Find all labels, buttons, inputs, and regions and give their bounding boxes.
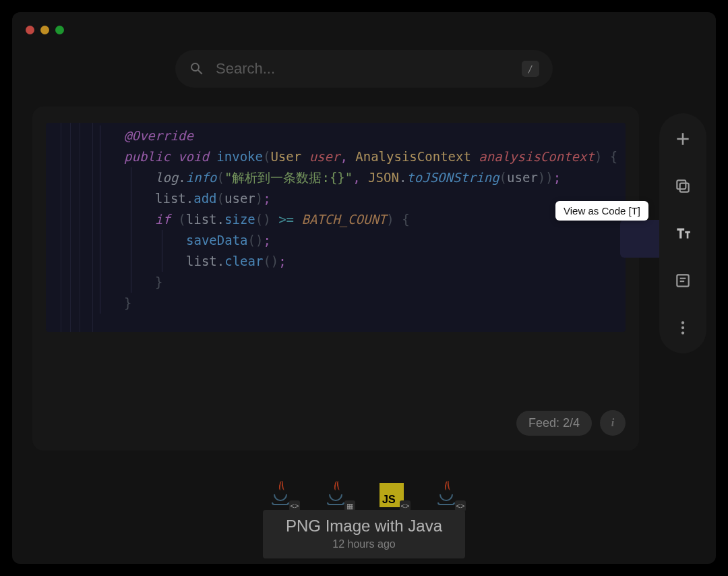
app-window: / @Overridepublic void invoke(User user,… bbox=[12, 12, 716, 564]
svg-point-9 bbox=[681, 331, 684, 334]
view-as-code-button[interactable] bbox=[672, 223, 694, 244]
related-thumbnails: <>▦JS<><> bbox=[12, 482, 716, 509]
thumbnail-item[interactable]: <> bbox=[433, 482, 460, 509]
side-toolbar bbox=[659, 113, 706, 353]
java-icon bbox=[438, 485, 456, 505]
caption-box: PNG Image with Java 12 hours ago bbox=[263, 510, 465, 558]
code-line: log.info("解析到一条数据:{}", JSON.toJSONString… bbox=[46, 167, 626, 188]
code-lines: @Overridepublic void invoke(User user, A… bbox=[46, 125, 626, 314]
code-line: list.clear(); bbox=[46, 251, 626, 272]
thumbnail-item[interactable]: JS<> bbox=[378, 482, 405, 509]
java-icon bbox=[328, 485, 345, 505]
minimize-window-button[interactable] bbox=[40, 26, 49, 34]
text-icon bbox=[674, 225, 692, 242]
java-icon bbox=[272, 485, 290, 505]
code-line: if (list.size() >= BATCH_COUNT) { bbox=[46, 209, 626, 230]
search-shortcut-badge: / bbox=[522, 61, 539, 77]
info-button[interactable]: i bbox=[600, 410, 626, 436]
code-line: list.add(user); bbox=[46, 188, 626, 209]
search-icon bbox=[189, 61, 205, 77]
view-as-code-tooltip: View as Code [T] bbox=[555, 201, 648, 221]
copy-icon bbox=[674, 177, 692, 195]
search-bar[interactable]: / bbox=[175, 50, 553, 88]
thumbnail-item[interactable]: ▦ bbox=[323, 482, 350, 509]
caption-time: 12 hours ago bbox=[282, 538, 446, 550]
note-button[interactable] bbox=[672, 270, 694, 291]
snippet-card: @Overridepublic void invoke(User user, A… bbox=[32, 107, 639, 451]
note-icon bbox=[674, 272, 692, 289]
svg-rect-2 bbox=[680, 183, 689, 192]
search-input[interactable] bbox=[216, 60, 511, 78]
code-block: @Overridepublic void invoke(User user, A… bbox=[46, 123, 626, 332]
code-line: } bbox=[46, 293, 626, 314]
code-line: saveData(); bbox=[46, 230, 626, 251]
copy-button[interactable] bbox=[672, 175, 694, 197]
svg-point-7 bbox=[681, 321, 684, 324]
code-line: public void invoke(User user, AnalysisCo… bbox=[46, 146, 626, 167]
svg-rect-3 bbox=[677, 180, 686, 189]
window-controls bbox=[26, 26, 64, 34]
code-line: @Override bbox=[46, 125, 626, 146]
plus-icon bbox=[674, 130, 692, 148]
more-button[interactable] bbox=[672, 317, 694, 339]
caption-title: PNG Image with Java bbox=[282, 517, 446, 536]
code-line: } bbox=[46, 272, 626, 293]
more-vertical-icon bbox=[674, 319, 692, 337]
add-button[interactable] bbox=[672, 128, 694, 150]
close-window-button[interactable] bbox=[26, 26, 34, 34]
feed-counter-badge[interactable]: Feed: 2/4 bbox=[516, 411, 592, 436]
maximize-window-button[interactable] bbox=[55, 26, 64, 34]
svg-point-8 bbox=[681, 326, 684, 329]
thumbnail-item[interactable]: <> bbox=[268, 482, 295, 509]
